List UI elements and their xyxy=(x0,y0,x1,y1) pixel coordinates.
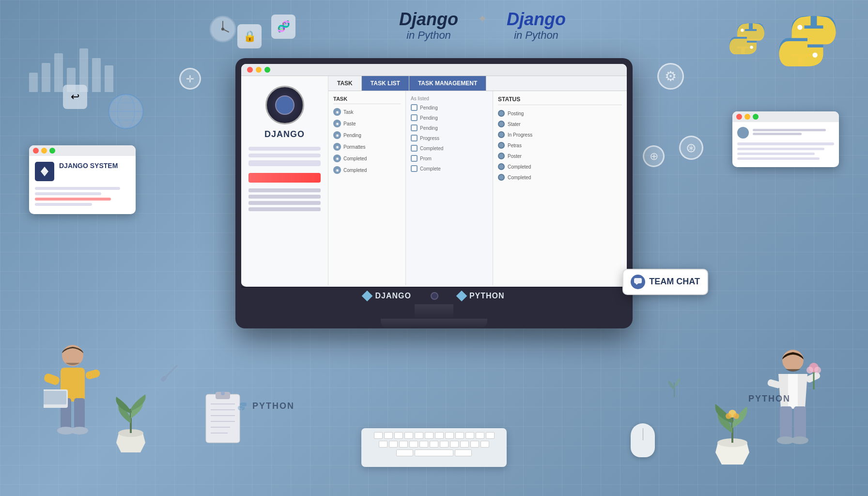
task-column: TASK ◉ Task ◉ Paste ◉ Pending xyxy=(328,91,406,285)
svg-point-2 xyxy=(741,29,744,31)
screen-titlebar xyxy=(241,64,627,76)
mouse xyxy=(631,423,655,457)
profile-avatar-1 xyxy=(737,127,749,139)
svg-point-13 xyxy=(221,28,224,31)
svg-rect-24 xyxy=(44,372,61,386)
status-dot-2 xyxy=(498,121,505,127)
status-dot-5 xyxy=(498,153,505,159)
svg-point-46 xyxy=(726,413,731,419)
monitor-stand xyxy=(241,304,627,328)
django-system-icon xyxy=(35,162,54,181)
lw-dot-yellow xyxy=(41,148,47,154)
checkbox-3 xyxy=(411,124,418,131)
nav-icon-left: ↩ xyxy=(63,85,87,109)
screen-main: TASK TASK LIST TASK MANAGEMENT T xyxy=(328,76,627,285)
svg-point-50 xyxy=(221,391,225,395)
win-line-1 xyxy=(35,187,120,190)
checkbox-5 xyxy=(411,145,418,152)
task-item-6: ◉ Completed xyxy=(333,166,401,174)
key xyxy=(374,432,383,439)
tasklist-item-4: Progress xyxy=(411,135,488,141)
svg-point-3 xyxy=(750,46,753,48)
top-subtitle-1: in Python xyxy=(399,29,458,42)
tasklist-item-6: Prom xyxy=(411,155,488,162)
django-diamond-icon xyxy=(362,291,373,302)
key-row-2 xyxy=(365,441,503,448)
task-icon-4: ◉ xyxy=(333,143,341,151)
floating-tool xyxy=(160,363,179,385)
team-chat-box[interactable]: TEAM CHAT xyxy=(622,269,708,295)
status-item-3: In Progress xyxy=(498,131,622,138)
gear-circle-left: ✛ xyxy=(179,68,201,90)
top-title-2: Django xyxy=(507,10,566,29)
tab-task-management[interactable]: TASK MANAGEMENT xyxy=(409,76,486,91)
key xyxy=(470,441,479,448)
key xyxy=(440,441,449,448)
key xyxy=(425,432,434,439)
bottom-bar-circle xyxy=(431,292,438,300)
rw-dot-yellow xyxy=(744,114,750,120)
checkbox-4 xyxy=(411,135,418,141)
top-subtitle-2: in Python xyxy=(507,29,566,42)
checkbox-1 xyxy=(411,104,418,111)
left-window-titlebar xyxy=(29,145,136,156)
rw-dot-red xyxy=(736,114,742,120)
key xyxy=(480,441,489,448)
dna-icon: 🧬 xyxy=(271,15,295,39)
status-dot-6 xyxy=(498,163,505,170)
svg-point-34 xyxy=(791,436,808,444)
rw-line-3 xyxy=(737,153,815,155)
svg-point-40 xyxy=(814,367,821,373)
key-row-1 xyxy=(365,432,503,439)
key xyxy=(460,441,469,448)
sidebar-form-3 xyxy=(248,160,321,166)
monitor-bottom-bar: DJANGO PYTHON xyxy=(241,287,627,304)
tab-task[interactable]: TASK xyxy=(328,76,362,91)
dot-red xyxy=(247,67,253,73)
settings-icon-top: 🔒 xyxy=(237,24,262,48)
profile-row-1 xyxy=(737,127,834,139)
key xyxy=(419,441,428,448)
sidebar-list-1 xyxy=(248,188,321,192)
gear-icon-right-mid: ⊛ xyxy=(679,136,703,160)
globe-icon xyxy=(107,92,145,133)
monitor-base xyxy=(381,319,487,328)
task-item-1: ◉ Task xyxy=(333,108,401,116)
right-window-titlebar xyxy=(732,111,839,122)
key xyxy=(435,432,444,439)
svg-rect-32 xyxy=(794,406,806,439)
profile-line-1a xyxy=(753,129,826,131)
tab-task-list[interactable]: TASK LIST xyxy=(362,76,409,91)
monitor-wrap: DJANGO xyxy=(235,58,633,328)
sidebar-list-4 xyxy=(248,207,321,211)
task-item-4: ◉ Pormattes xyxy=(333,143,401,151)
screen-content: DJANGO xyxy=(241,76,627,285)
status-item-2: Stater xyxy=(498,121,622,127)
keyboard xyxy=(361,428,507,467)
status-item-4: Petras xyxy=(498,142,622,149)
sidebar-form-1 xyxy=(248,147,321,151)
key xyxy=(450,441,459,448)
floating-sprout xyxy=(665,373,684,399)
key xyxy=(476,432,484,439)
screen-sidebar: DJANGO xyxy=(241,76,328,285)
sidebar-title: DJANGO xyxy=(264,129,305,140)
task-icon-2: ◉ xyxy=(333,120,341,127)
sidebar-btn[interactable] xyxy=(248,173,321,183)
svg-point-9 xyxy=(109,94,143,128)
key-enter xyxy=(455,450,472,456)
monitor: DJANGO xyxy=(235,58,633,328)
dot-green xyxy=(264,67,270,73)
rw-line-1 xyxy=(737,142,834,145)
dot-yellow xyxy=(256,67,262,73)
svg-marker-17 xyxy=(636,283,638,285)
tasklist-item-1: Pending xyxy=(411,104,488,111)
key xyxy=(389,441,398,448)
profile-lines-1 xyxy=(753,129,834,137)
key xyxy=(465,432,474,439)
key xyxy=(379,441,388,448)
mouse-line xyxy=(643,428,643,440)
top-separator: ✦ xyxy=(478,12,487,26)
tasklist-item-2: Pending xyxy=(411,114,488,121)
rw-line-2 xyxy=(737,148,824,150)
